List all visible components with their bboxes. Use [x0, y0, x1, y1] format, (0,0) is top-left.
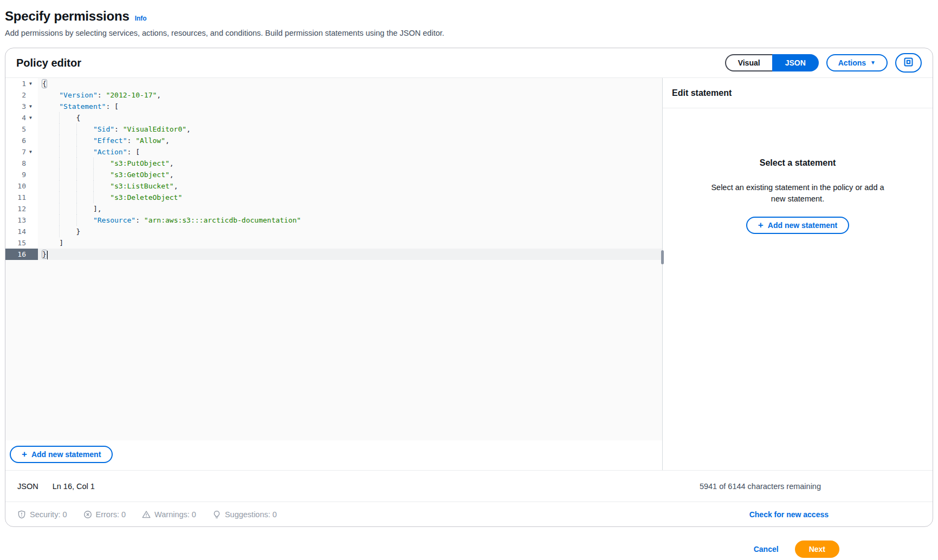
line-gutter: 11	[5, 192, 38, 203]
fold-toggle-icon[interactable]: ▼	[29, 78, 38, 89]
code-line[interactable]: 2"Version": "2012-10-17",	[5, 89, 662, 101]
indent-guide	[59, 158, 60, 169]
code-line[interactable]: 14}	[5, 226, 662, 237]
indent-guide	[76, 135, 77, 146]
chevron-down-icon: ▼	[870, 58, 876, 67]
info-link[interactable]: Info	[135, 15, 147, 22]
code-line[interactable]: 5"Sid": "VisualEditor0",	[5, 123, 662, 135]
page-title: Specify permissions	[5, 9, 130, 24]
indent-guide	[76, 180, 77, 192]
check-for-new-access-link[interactable]: Check for new access	[749, 510, 829, 519]
line-gutter: 8	[5, 158, 38, 169]
indent-guide	[76, 169, 77, 180]
code-line-content: ],	[38, 203, 662, 214]
json-punctuation: : [	[106, 102, 118, 110]
line-gutter: 1▼	[5, 78, 38, 89]
expand-editor-button[interactable]	[895, 53, 922, 73]
json-key: "Version"	[59, 91, 97, 99]
json-key: "Statement"	[59, 102, 106, 110]
code-line-content: "s3:DeleteObject"	[38, 192, 662, 203]
add-new-statement-button[interactable]: + Add new statement	[10, 446, 113, 463]
line-number: 15	[5, 237, 29, 249]
fold-toggle-icon[interactable]: ▼	[29, 101, 38, 112]
policy-editor-header: Policy editor Visual JSON Actions ▼	[5, 48, 933, 78]
line-gutter: 12	[5, 203, 38, 214]
editor-mode-toggle: Visual JSON	[725, 54, 819, 71]
code-line[interactable]: 3▼"Statement": [	[5, 101, 662, 112]
line-number: 6	[5, 135, 29, 146]
code-line[interactable]: 6"Effect": "Allow",	[5, 135, 662, 146]
line-gutter: 10	[5, 180, 38, 192]
tab-visual[interactable]: Visual	[725, 54, 772, 71]
panel-add-new-statement-label: Add new statement	[768, 221, 837, 230]
line-gutter: 3▼	[5, 101, 38, 112]
json-punctuation: ,	[170, 159, 174, 167]
code-line[interactable]: 7▼"Action": [	[5, 146, 662, 158]
code-line[interactable]: 1▼{	[5, 78, 662, 89]
code-line[interactable]: 16}	[5, 249, 662, 260]
indent-guide	[76, 203, 77, 214]
json-key: "Resource"	[93, 216, 135, 224]
code-line-content: }	[38, 249, 662, 260]
json-punctuation: }	[42, 250, 47, 259]
validation-item: Warnings: 0	[142, 510, 196, 519]
empty-state-text: Select an existing statement in the poli…	[708, 182, 887, 205]
code-line-content: "Statement": [	[38, 101, 662, 112]
json-string: "arn:aws:s3:::arcticdb-documentation"	[144, 216, 301, 224]
line-gutter: 14	[5, 226, 38, 237]
actions-button-label: Actions	[838, 58, 866, 67]
next-button[interactable]: Next	[795, 541, 839, 558]
json-punctuation: ]	[59, 239, 63, 247]
line-number: 4	[5, 112, 29, 123]
code-line-content: {	[38, 78, 662, 89]
line-gutter: 7▼	[5, 146, 38, 158]
editor-add-row: + Add new statement	[5, 440, 662, 470]
indent-guide	[76, 123, 77, 135]
code-line[interactable]: 4▼{	[5, 112, 662, 123]
line-gutter: 15	[5, 237, 38, 249]
line-number: 12	[5, 203, 29, 214]
code-area[interactable]: 1▼{2"Version": "2012-10-17",3▼"Statement…	[5, 78, 662, 440]
code-line[interactable]: 13"Resource": "arn:aws:s3:::arcticdb-doc…	[5, 214, 662, 226]
json-punctuation: :	[98, 91, 106, 99]
page-subtitle: Add permissions by selecting services, a…	[5, 29, 933, 37]
edit-statement-panel: Edit statement Select a statement Select…	[663, 78, 933, 470]
editor-split: 1▼{2"Version": "2012-10-17",3▼"Statement…	[5, 78, 933, 470]
code-line[interactable]: 10"s3:ListBucket",	[5, 180, 662, 192]
edit-statement-title: Edit statement	[663, 78, 933, 108]
json-punctuation: :	[114, 125, 123, 133]
json-string: "VisualEditor0"	[123, 125, 186, 133]
line-gutter: 9	[5, 169, 38, 180]
code-line[interactable]: 15]	[5, 237, 662, 249]
indent-guide	[59, 214, 60, 226]
code-line[interactable]: 12],	[5, 203, 662, 214]
indent-guide	[76, 192, 77, 203]
json-punctuation: {	[76, 114, 81, 122]
plus-icon: +	[22, 451, 27, 458]
fold-toggle-icon[interactable]: ▼	[29, 146, 38, 158]
validation-item: Security: 0	[17, 510, 67, 519]
title-line: Specify permissions Info	[5, 9, 933, 24]
fold-toggle-icon[interactable]: ▼	[29, 112, 38, 123]
code-line[interactable]: 11"s3:DeleteObject"	[5, 192, 662, 203]
bulb-icon	[212, 510, 221, 519]
code-line-content: ]	[38, 237, 662, 249]
cursor-position-label: Ln 16, Col 1	[53, 482, 95, 491]
line-number: 10	[5, 180, 29, 192]
indent-guide	[59, 180, 60, 192]
code-line-content: }	[38, 226, 662, 237]
line-number: 2	[5, 89, 29, 101]
tab-json[interactable]: JSON	[772, 54, 819, 71]
line-number: 5	[5, 123, 29, 135]
panel-add-new-statement-button[interactable]: + Add new statement	[746, 217, 849, 234]
error-circle-icon	[83, 510, 92, 519]
line-gutter: 6	[5, 135, 38, 146]
code-line[interactable]: 9"s3:GetObject",	[5, 169, 662, 180]
line-number: 16	[5, 249, 29, 260]
actions-button[interactable]: Actions ▼	[826, 54, 888, 71]
panel-resize-handle[interactable]	[661, 250, 664, 264]
line-gutter: 5	[5, 123, 38, 135]
code-line-content: "Resource": "arn:aws:s3:::arcticdb-docum…	[38, 214, 662, 226]
cancel-button[interactable]: Cancel	[754, 545, 779, 554]
code-line[interactable]: 8"s3:PutObject",	[5, 158, 662, 169]
